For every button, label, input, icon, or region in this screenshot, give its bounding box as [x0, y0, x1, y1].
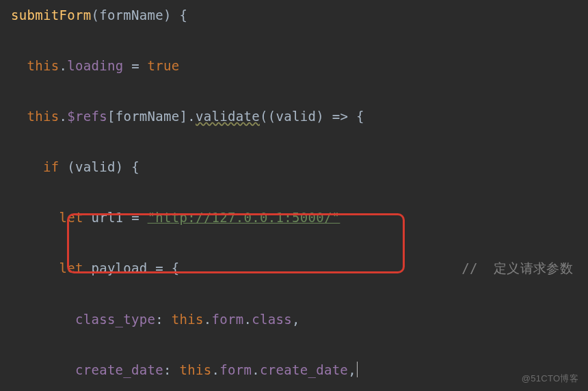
method-validate: validate	[196, 109, 260, 124]
code-line: let payload = {// 定义请求参数	[11, 256, 588, 281]
keyword-let: let	[59, 210, 83, 225]
paren: (	[91, 8, 99, 23]
this-keyword: this	[27, 58, 59, 73]
watermark: @51CTO博客	[522, 370, 578, 387]
url-string: "http://127.0.0.1:5000/"	[148, 210, 340, 225]
code-line: create_date: this.form.create_date,	[11, 358, 588, 383]
text-cursor	[357, 362, 358, 377]
code-line: let url1 = "http://127.0.0.1:5000/"	[11, 205, 588, 230]
keyword-true: true	[148, 58, 180, 73]
property: loading	[67, 58, 123, 73]
paren: ) {	[163, 8, 187, 23]
keyword-if: if	[43, 159, 59, 174]
code-line: class_type: this.form.class,	[11, 307, 588, 332]
code-editor[interactable]: submitForm(formName) { this.loading = tr…	[11, 3, 588, 391]
function-name: submitForm	[11, 8, 91, 23]
code-line: if (valid) {	[11, 154, 588, 180]
comment: // 定义请求参数	[462, 256, 573, 281]
param: formName	[99, 8, 163, 23]
code-line: submitForm(formName) {	[11, 3, 588, 28]
code-line: this.loading = true	[11, 53, 588, 79]
code-line: this.$refs[formName].validate((valid) =>…	[11, 104, 588, 129]
